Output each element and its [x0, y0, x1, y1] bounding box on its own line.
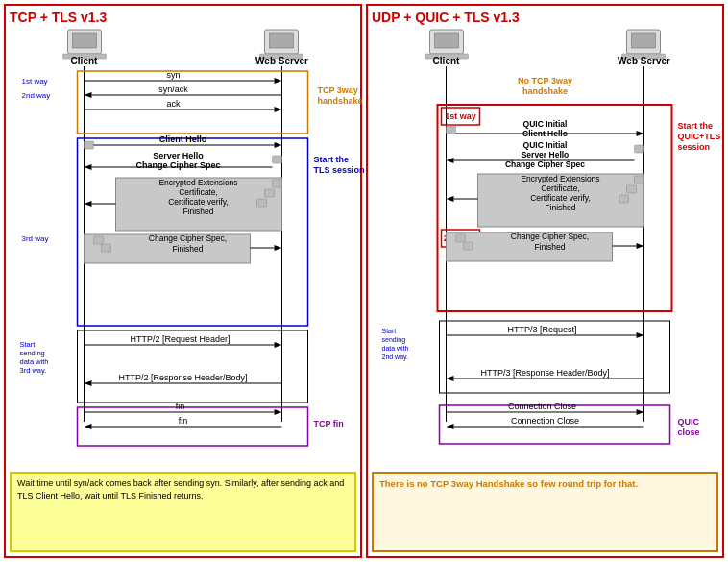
svg-text:2nd way: 2nd way — [22, 91, 51, 100]
svg-text:Web Server: Web Server — [255, 56, 308, 66]
svg-text:Client: Client — [71, 56, 98, 66]
svg-text:Connection Close: Connection Close — [511, 416, 579, 426]
svg-rect-74 — [435, 33, 459, 48]
svg-text:TCP fin: TCP fin — [314, 419, 344, 428]
tcp-title: TCP + TLS v1.3 — [10, 10, 356, 25]
svg-marker-18 — [85, 92, 92, 98]
svg-text:Start the: Start the — [678, 121, 714, 131]
quic-server-computer: Web Server — [618, 30, 670, 66]
tcp-panel: TCP + TLS v1.3 Client Web Server — [4, 4, 362, 558]
svg-text:sending: sending — [382, 336, 406, 344]
svg-text:Start: Start — [20, 340, 36, 349]
quic-panel: UDP + QUIC + TLS v1.3 Client Web Server … — [366, 4, 724, 558]
svg-rect-49 — [102, 244, 111, 252]
svg-text:QUIC Initial: QUIC Initial — [523, 119, 568, 129]
svg-text:HTTP/2 [Request Header]: HTTP/2 [Request Header] — [130, 334, 230, 344]
svg-text:Finished: Finished — [172, 244, 203, 254]
svg-text:1st way: 1st way — [445, 111, 476, 121]
svg-marker-41 — [85, 201, 92, 207]
svg-text:session: session — [678, 142, 711, 152]
svg-rect-38 — [265, 189, 275, 197]
svg-text:HTTP/2 [Response Header/Body]: HTTP/2 [Response Header/Body] — [118, 373, 247, 382]
svg-rect-104 — [627, 185, 637, 193]
svg-text:HTTP/3 [Response Header/Body]: HTTP/3 [Response Header/Body] — [480, 368, 609, 378]
tcp-bottom-note: Wait time until syn/ack comes back after… — [10, 472, 356, 552]
svg-text:sending: sending — [20, 349, 45, 357]
svg-marker-130 — [447, 376, 454, 381]
client-computer-icon: Client — [63, 30, 107, 66]
svg-marker-93 — [637, 131, 644, 136]
svg-text:Change Cipher Spec: Change Cipher Spec — [505, 159, 585, 169]
server-computer-icon: Web Server — [255, 30, 308, 66]
svg-text:Finished: Finished — [545, 203, 575, 212]
svg-marker-139 — [447, 424, 454, 429]
svg-text:Web Server: Web Server — [618, 56, 670, 66]
svg-text:Change Cipher Spec,: Change Cipher Spec, — [511, 232, 589, 241]
svg-marker-63 — [85, 380, 92, 386]
svg-rect-27 — [85, 141, 94, 149]
svg-text:syn: syn — [166, 70, 180, 80]
svg-rect-96 — [635, 145, 644, 153]
svg-rect-105 — [619, 195, 629, 203]
quic-title: UDP + QUIC + TLS v1.3 — [372, 10, 718, 25]
svg-marker-29 — [275, 142, 282, 148]
svg-text:ack: ack — [166, 99, 181, 109]
svg-marker-118 — [637, 243, 644, 249]
svg-text:QUIC+TLS: QUIC+TLS — [678, 132, 721, 141]
svg-rect-78 — [632, 33, 656, 48]
svg-rect-103 — [635, 176, 644, 183]
svg-text:Finished: Finished — [534, 242, 565, 252]
main-container: TCP + TLS v1.3 Client Web Server — [0, 0, 728, 562]
svg-marker-136 — [637, 409, 644, 415]
svg-text:Client Hello: Client Hello — [159, 134, 207, 144]
svg-text:1st way: 1st way — [22, 77, 48, 86]
svg-text:Certificate,: Certificate, — [541, 183, 580, 193]
svg-text:data with: data with — [20, 357, 49, 366]
svg-text:fin: fin — [176, 402, 185, 411]
svg-marker-107 — [447, 196, 454, 202]
svg-text:syn/ack: syn/ack — [158, 85, 188, 94]
svg-text:Start the: Start the — [314, 155, 350, 164]
quic-diagram: Client Web Server No TCP 3way handshake … — [372, 28, 718, 470]
svg-text:Connection Close: Connection Close — [508, 402, 576, 411]
svg-text:data with: data with — [382, 345, 409, 352]
svg-text:No TCP 3way: No TCP 3way — [518, 76, 572, 86]
tcp-diagram: Client Web Server TCP 3way handshake 1st… — [10, 28, 356, 470]
svg-rect-31 — [273, 156, 282, 163]
svg-text:Encrypted Extensions: Encrypted Extensions — [158, 178, 237, 187]
svg-text:fin: fin — [179, 416, 188, 426]
svg-rect-48 — [94, 236, 104, 244]
svg-text:3rd way: 3rd way — [22, 234, 49, 243]
svg-marker-15 — [275, 78, 282, 84]
quic-bottom-note: There is no TCP 3way Handshake so few ro… — [372, 472, 718, 552]
quic-client-computer: Client — [425, 30, 469, 66]
svg-text:2nd way.: 2nd way. — [382, 354, 409, 361]
svg-text:Server Hello: Server Hello — [522, 150, 570, 159]
svg-rect-39 — [257, 199, 267, 207]
svg-marker-127 — [637, 332, 644, 338]
svg-text:Client: Client — [433, 56, 460, 66]
svg-text:TLS session: TLS session — [314, 165, 365, 175]
svg-marker-60 — [275, 342, 282, 348]
svg-text:handshake: handshake — [522, 86, 568, 96]
svg-text:Certificate,: Certificate, — [179, 187, 218, 197]
svg-text:Certificate verify,: Certificate verify, — [530, 193, 591, 203]
svg-text:3rd way.: 3rd way. — [20, 366, 47, 375]
svg-text:HTTP/3 [Request]: HTTP/3 [Request] — [507, 325, 576, 334]
svg-rect-91 — [447, 126, 456, 134]
svg-text:Server Hello: Server Hello — [153, 151, 204, 160]
svg-marker-51 — [275, 245, 282, 251]
svg-marker-68 — [275, 409, 282, 415]
svg-marker-98 — [447, 158, 454, 163]
svg-text:close: close — [678, 428, 700, 437]
svg-text:TCP 3way: TCP 3way — [318, 86, 358, 95]
svg-text:Change Cipher Spec,: Change Cipher Spec, — [149, 233, 227, 243]
svg-marker-71 — [85, 424, 92, 429]
svg-text:Change Cipher Spec: Change Cipher Spec — [135, 160, 220, 170]
svg-text:QUIC: QUIC — [678, 417, 700, 427]
svg-marker-22 — [275, 107, 282, 112]
svg-text:Finished: Finished — [182, 207, 213, 216]
svg-rect-5 — [270, 33, 294, 48]
svg-text:Start: Start — [382, 328, 397, 334]
svg-rect-115 — [456, 234, 466, 242]
